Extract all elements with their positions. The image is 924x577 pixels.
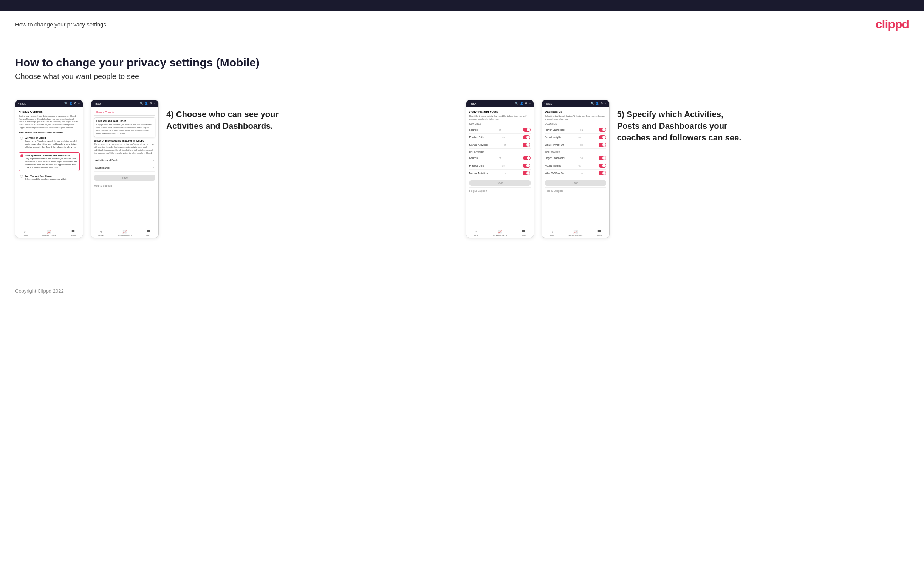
phone-topbar-2: ‹ Back 🔍 👤 ⚙ ⌄ [91, 100, 158, 107]
privacy-tab-2[interactable]: Privacy Controls [94, 110, 116, 115]
coaches-player-toggle-4[interactable] [599, 127, 606, 132]
coaches-insights-row-4: Round Insights ON [545, 134, 606, 141]
settings-icon[interactable]: ⚙ [74, 102, 76, 105]
phone-body-2: Privacy Controls Only You and Your Coach… [91, 107, 158, 228]
section-desc-4: Select the dashboards that you'd like to… [545, 115, 606, 121]
tab-menu-3[interactable]: ☰ Menu [522, 230, 527, 236]
help-label-2: Help & Support [94, 182, 155, 189]
tab-home-1[interactable]: ⌂ Home [23, 230, 27, 236]
tab-home-3[interactable]: ⌂ Home [473, 230, 478, 236]
settings-icon-3[interactable]: ⚙ [525, 102, 527, 105]
search-icon-2[interactable]: 🔍 [140, 102, 143, 105]
save-button-3[interactable]: Save [469, 180, 531, 186]
menu-dashboards-2[interactable]: Dashboards › [94, 164, 155, 172]
coaches-insights-toggle-4[interactable] [599, 135, 606, 139]
followers-drills-label-3: Practice Drills [469, 164, 485, 167]
performance-icon-2: 📈 [123, 230, 127, 234]
search-icon[interactable]: 🔍 [64, 102, 68, 105]
back-button-2[interactable]: ‹ Back [94, 102, 101, 105]
radio-everyone[interactable]: Everyone on Clippd Everyone on Clippd ca… [18, 135, 80, 150]
followers-workon-toggle-4[interactable] [599, 171, 606, 175]
coaches-player-row-4: Player Dashboard ON [545, 126, 606, 134]
profile-icon[interactable]: 👤 [69, 102, 73, 105]
followers-rounds-toggle-3[interactable] [523, 156, 531, 160]
coaches-drills-toggle-3[interactable] [523, 135, 530, 139]
menu-dashboards-label-2: Dashboards [95, 166, 110, 169]
search-icon-3[interactable]: 🔍 [515, 102, 519, 105]
coaches-workon-toggle-4[interactable] [599, 143, 606, 147]
chevron-icon: ⌄ [78, 102, 80, 105]
section-desc-3: Select the types of activity that you'd … [469, 115, 531, 121]
followers-player-label-4: Player Dashboard [545, 157, 565, 160]
tab-performance-3[interactable]: 📈 My Performance [493, 230, 507, 236]
menu-label-2: Menu [146, 234, 151, 236]
performance-label-4: My Performance [569, 234, 583, 236]
page-heading: How to change your privacy settings (Mob… [15, 56, 909, 69]
on-label-f-rounds-3: ON [499, 157, 502, 160]
menu-activities-label-2: Activities and Posts [95, 159, 118, 162]
followers-drills-toggle-3[interactable] [523, 163, 530, 168]
tab-menu-1[interactable]: ☰ Menu [71, 230, 76, 236]
coaches-rounds-toggle-3[interactable] [523, 127, 531, 132]
chevron-icon-2: ⌄ [153, 102, 156, 105]
save-button-4[interactable]: Save [545, 180, 606, 186]
tab-menu-4[interactable]: ☰ Menu [597, 230, 602, 236]
radio-circle-only-you [20, 175, 23, 178]
performance-icon-1: 📈 [47, 230, 52, 234]
menu-icon-2: ☰ [147, 230, 150, 234]
radio-only-you[interactable]: Only You and Your Coach Only you and the… [18, 173, 80, 182]
followers-label-4: FOLLOWERS [545, 151, 606, 153]
coaches-manual-toggle-3[interactable] [523, 143, 530, 147]
settings-icon-2[interactable]: ⚙ [150, 102, 152, 105]
topbar-icons-4: 🔍 👤 ⚙ ⌄ [591, 102, 607, 105]
tab-performance-1[interactable]: 📈 My Performance [42, 230, 56, 236]
followers-label-3: FOLLOWERS [469, 151, 531, 153]
on-label-c-player-4: ON [580, 129, 583, 131]
caption-text-1: 4) Choose who can see your Activities an… [166, 109, 295, 132]
who-can-see-label: Who Can See Your Activities and Dashboar… [18, 131, 80, 134]
phone-screen-4: ‹ Back 🔍 👤 ⚙ ⌄ Dashboards Select the das… [541, 100, 610, 238]
on-label-f-drills-3: ON [502, 164, 505, 167]
tab-menu-2[interactable]: ☰ Menu [146, 230, 151, 236]
back-button-1[interactable]: ‹ Back [18, 102, 26, 105]
logo: clippd [876, 18, 909, 31]
performance-icon-4: 📈 [573, 230, 578, 234]
coaches-insights-label-4: Round Insights [545, 136, 561, 139]
followers-manual-toggle-3[interactable] [523, 171, 530, 175]
tab-indicator-2: Privacy Controls [94, 110, 155, 116]
tab-home-4[interactable]: ⌂ Home [549, 230, 554, 236]
performance-label-2: My Performance [118, 234, 132, 236]
on-label-c-drills-3: ON [502, 136, 505, 139]
back-button-3[interactable]: ‹ Back [469, 102, 477, 105]
home-icon-4: ⌂ [550, 230, 552, 234]
phone-topbar-4: ‹ Back 🔍 👤 ⚙ ⌄ [542, 100, 609, 107]
search-icon-4[interactable]: 🔍 [591, 102, 594, 105]
menu-icon-4: ☰ [598, 230, 601, 234]
followers-insights-toggle-4[interactable] [599, 163, 606, 168]
performance-icon-3: 📈 [498, 230, 502, 234]
tab-performance-4[interactable]: 📈 My Performance [569, 230, 583, 236]
profile-icon-4[interactable]: 👤 [596, 102, 599, 105]
back-button-4[interactable]: ‹ Back [544, 102, 552, 105]
radio-circle-approved [20, 155, 23, 158]
menu-activities-2[interactable]: Activities and Posts › [94, 157, 155, 164]
followers-drills-row-3: Practice Drills ON [469, 162, 531, 169]
profile-icon-2[interactable]: 👤 [145, 102, 148, 105]
caption-text-2: 5) Specify which Activities, Posts and D… [617, 109, 746, 143]
followers-manual-label-3: Manual Activities [469, 172, 488, 174]
phone-screen-2: ‹ Back 🔍 👤 ⚙ ⌄ Privacy Controls Only You… [91, 100, 159, 238]
profile-icon-3[interactable]: 👤 [520, 102, 523, 105]
popup-2: Only You and Your Coach Only you and the… [94, 118, 155, 137]
menu-icon-3: ☰ [522, 230, 525, 234]
radio-text-everyone: Everyone on Clippd Everyone on Clippd ca… [24, 136, 78, 148]
tab-home-2[interactable]: ⌂ Home [98, 230, 103, 236]
radio-approved[interactable]: Only Approved Followers and Your Coach O… [18, 152, 80, 171]
copyright: Copyright Clippd 2022 [15, 288, 64, 294]
screenshots-row: ‹ Back 🔍 👤 ⚙ ⌄ Privacy Controls Control … [15, 100, 909, 238]
tab-performance-2[interactable]: 📈 My Performance [118, 230, 132, 236]
save-button-2[interactable]: Save [94, 175, 155, 181]
settings-icon-4[interactable]: ⚙ [601, 102, 603, 105]
popup-desc-2: Only you and the coaches you connect wit… [96, 124, 153, 135]
followers-workon-row-4: What To Work On ON [545, 169, 606, 177]
followers-player-toggle-4[interactable] [599, 156, 606, 160]
